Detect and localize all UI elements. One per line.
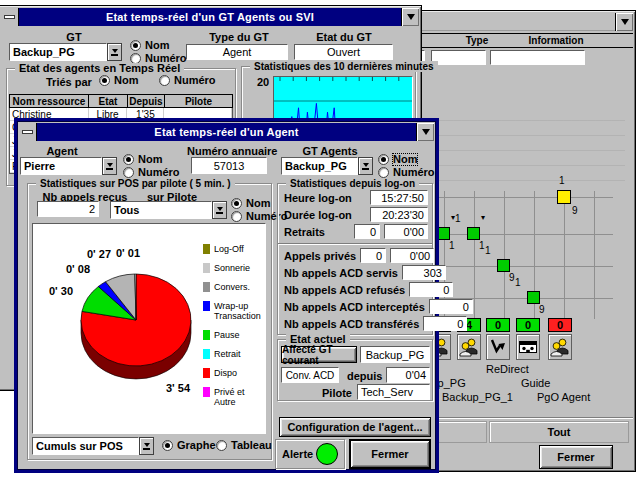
radio-dot: [123, 167, 134, 178]
resource-icon-tile[interactable]: [486, 334, 510, 360]
cumuls-combobox[interactable]: Cumuls sur POS: [32, 437, 154, 455]
diagram-node[interactable]: [497, 259, 510, 272]
node-marker-icon: ▾: [481, 214, 485, 222]
titlebar-gt-window[interactable]: Etat temps-réel d'un GT Agents ou SVI: [1, 8, 419, 26]
radio-pilote-nom[interactable]: Nom: [231, 198, 270, 209]
gt-agents-combobox[interactable]: Backup_PG: [281, 157, 373, 175]
radio-dot: [231, 198, 242, 209]
radio-dot: [159, 75, 170, 86]
gt-agents-combobox-value: Backup_PG: [281, 157, 358, 175]
sur-pilote-combobox[interactable]: Tous: [110, 201, 227, 219]
legend-label: Log-Off: [214, 244, 244, 254]
legend-swatch: [203, 282, 210, 292]
affecte-gt-courant-button[interactable]: Affecté GT courant: [281, 346, 357, 363]
stat-row: Appels privés00'00: [284, 247, 428, 264]
radio-dot: [162, 440, 173, 451]
stat-value-field: 0: [423, 316, 467, 331]
legend-item: Retrait: [203, 349, 267, 359]
announcement-tape-icon: [518, 337, 538, 357]
resource-name-label: Guide: [521, 377, 550, 389]
window-agent[interactable]: Etat temps-réel d'un Agent Agent Pierre …: [14, 118, 439, 473]
chevron-down-icon: [407, 14, 415, 20]
table-header-cell[interactable]: Etat: [89, 94, 128, 108]
radio-dot: [378, 167, 389, 178]
minimize-icon[interactable]: [401, 8, 419, 26]
desktop: Type Information 1911▾11▾191914000ReDire…: [0, 0, 640, 480]
stat-value-field: 0'00: [390, 248, 434, 263]
window-title: Etat temps-réel d'un Agent: [154, 126, 298, 138]
stat-row: Nb appels ACD transférés0: [284, 315, 428, 332]
system-menu-icon[interactable]: [1, 8, 19, 26]
legend-item: Convers.: [203, 282, 267, 292]
numero-annuaire-label: Numéro annuaire: [187, 145, 271, 157]
diagram-node[interactable]: [527, 291, 540, 304]
gt-combobox[interactable]: Backup_PG: [9, 43, 122, 61]
resource-name-label: PgO Agent: [537, 391, 590, 403]
resource-icon-tile[interactable]: [457, 334, 481, 360]
diagram-node[interactable]: [467, 227, 480, 240]
table-header-cell[interactable]: Depuis: [128, 94, 165, 108]
pilote-field: Tech_Serv: [357, 384, 430, 400]
nb-appels-recus-field: 2: [37, 201, 99, 217]
dropdown-icon[interactable]: [358, 157, 373, 175]
diagram-node[interactable]: [557, 190, 571, 204]
separator: [278, 243, 432, 245]
dropdown-icon[interactable]: [139, 437, 154, 455]
panel-section-tout[interactable]: Tout: [489, 421, 629, 443]
resource-icon-tile[interactable]: [548, 334, 572, 360]
stat-value-field: 15:27:50: [370, 190, 428, 205]
legend-item: Log-Off: [203, 244, 267, 254]
fermer-button-back[interactable]: Fermer: [539, 445, 613, 469]
node-count-top: 1: [515, 277, 521, 288]
dropdown-icon[interactable]: [212, 201, 227, 219]
stat-label: Nb appels ACD servis: [284, 267, 398, 279]
table-header-cell[interactable]: Nom ressource: [9, 94, 89, 108]
legend-swatch: [203, 330, 210, 340]
agent-combobox[interactable]: Pierre: [20, 157, 117, 175]
legend-label: Retrait: [214, 349, 241, 359]
stat-label: Durée log-on: [284, 209, 366, 221]
fermer-button-agent[interactable]: Fermer: [349, 439, 431, 469]
minimize-icon[interactable]: [416, 123, 434, 141]
pie-label-wrapup: 0' 08: [66, 263, 90, 275]
pie-legend: Log-OffSonnerieConvers.Wrap-up Transacti…: [203, 244, 267, 416]
legend-label: Convers.: [214, 282, 250, 292]
radio-gtagents-nom[interactable]: Nom: [378, 154, 417, 165]
agents-table-header: Nom ressourceEtatDepuisPilote: [9, 94, 233, 108]
logon-stats-rows: Heure log-on15:27:50Durée log-on20:23'30…: [278, 189, 432, 332]
radio-agent-nom[interactable]: Nom: [123, 154, 162, 165]
radio-nom-gt[interactable]: Nom: [130, 40, 169, 51]
dropdown-icon[interactable]: [107, 43, 122, 61]
radio-graphe[interactable]: Graphe: [162, 440, 216, 451]
stats-group-title: Statistiques des 10 dernières minutes: [250, 61, 438, 72]
radio-tableau[interactable]: Tableau: [216, 440, 272, 451]
resource-icon-tile[interactable]: [516, 334, 540, 360]
legend-swatch: [203, 301, 210, 311]
radio-tries-nom[interactable]: Nom: [99, 75, 138, 86]
radio-dot: [378, 154, 389, 165]
stat-row: Heure log-on15:27:50: [284, 189, 428, 206]
legend-label: Sonnerie: [214, 263, 250, 273]
stat-value-field: 303: [402, 265, 446, 280]
legend-item: Pause: [203, 330, 267, 340]
table-header-cell[interactable]: Pilote: [165, 94, 233, 108]
depuis-label: depuis: [347, 370, 382, 382]
stat-label: Appels privés: [284, 250, 356, 262]
dropdown-icon[interactable]: [102, 157, 117, 175]
radio-agent-numero[interactable]: Numéro: [123, 167, 180, 178]
system-menu-icon[interactable]: [19, 123, 37, 141]
legend-item: Sonnerie: [203, 263, 267, 273]
grid-line-vertical: [594, 191, 595, 319]
radio-gtagents-numero[interactable]: Numéro: [378, 167, 435, 178]
pilote-label: Pilote: [322, 387, 352, 399]
titlebar-agent-window[interactable]: Etat temps-réel d'un Agent: [19, 123, 434, 141]
pos-group-title: Statistiques sur POS par pilote ( 5 min.…: [36, 178, 235, 189]
configuration-agent-button[interactable]: Configuration de l'agent...: [279, 417, 431, 437]
radio-tries-numero[interactable]: Numéro: [159, 75, 216, 86]
status-count-box: 0: [548, 318, 572, 332]
depuis-field: 0'04: [386, 367, 430, 383]
legend-label: Dispo: [214, 368, 237, 378]
legend-label: Pause: [214, 330, 240, 340]
radio-dot: [123, 154, 134, 165]
legend-item: Privé et Autre: [203, 387, 267, 407]
